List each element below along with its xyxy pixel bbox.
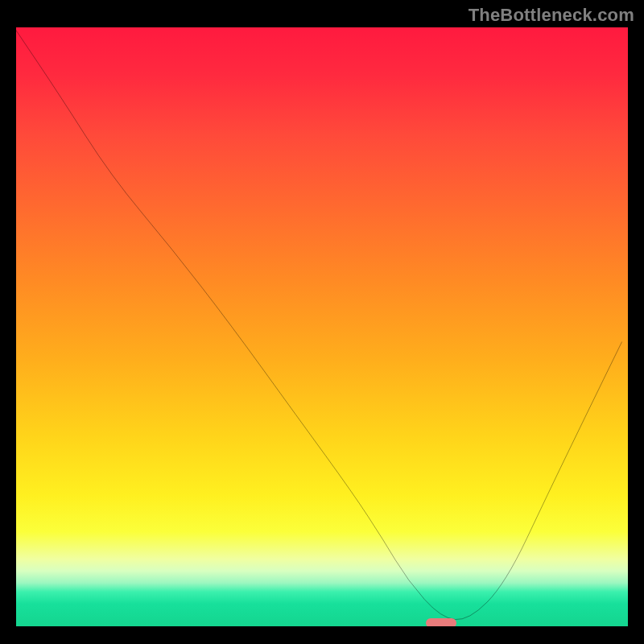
- heat-gradient-background: [16, 27, 628, 628]
- x-axis-baseline: [16, 626, 628, 628]
- chart-canvas: TheBottleneck.com: [0, 0, 644, 644]
- attribution-text: TheBottleneck.com: [469, 5, 634, 26]
- plot-area: [16, 27, 628, 628]
